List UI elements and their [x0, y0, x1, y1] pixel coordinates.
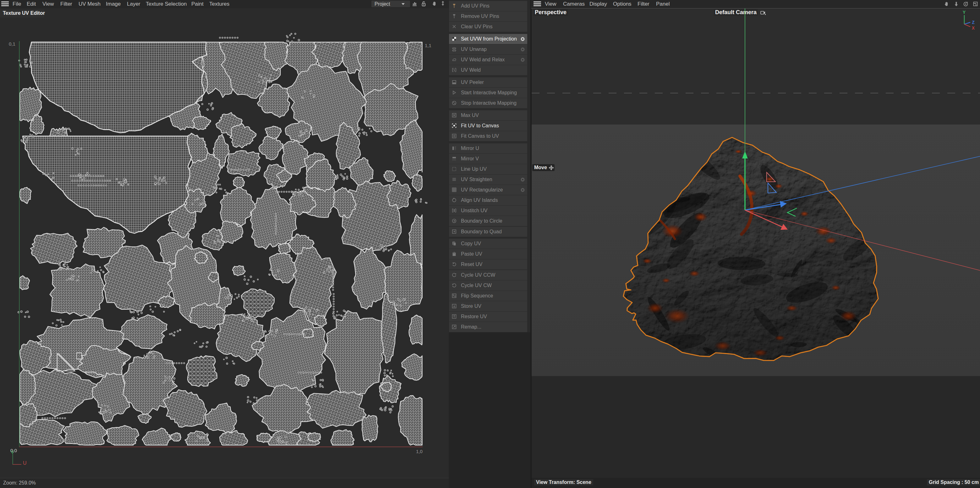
svg-text:Y: Y	[963, 10, 966, 15]
svg-text:X: X	[972, 26, 975, 31]
svg-text:Z: Z	[972, 20, 975, 26]
